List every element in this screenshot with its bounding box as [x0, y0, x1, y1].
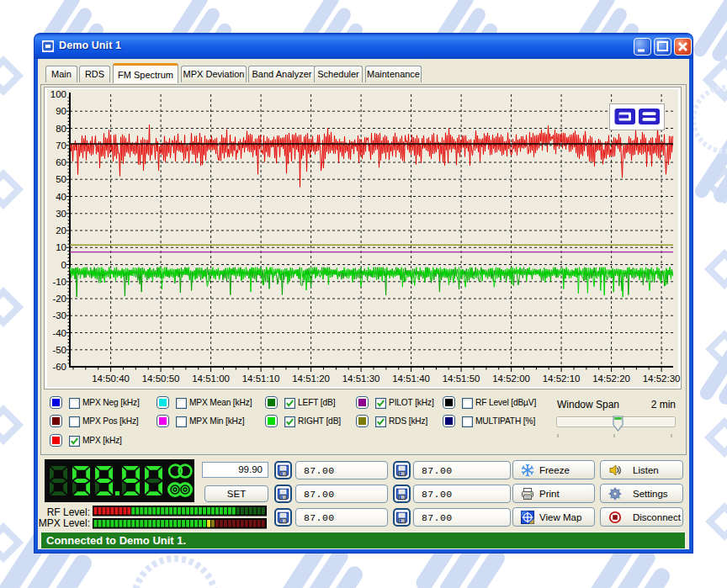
- svg-text:14:50:40: 14:50:40: [92, 373, 130, 384]
- svg-text:14:52:00: 14:52:00: [492, 373, 530, 384]
- svg-text:70: 70: [56, 140, 66, 151]
- svg-text:-20: -20: [52, 294, 66, 304]
- svg-text:50: 50: [56, 174, 66, 184]
- svg-text:14:51:40: 14:51:40: [392, 373, 430, 384]
- svg-text:14:51:50: 14:51:50: [443, 373, 480, 384]
- svg-text:30: 30: [56, 209, 66, 219]
- svg-text:14:52:30: 14:52:30: [643, 373, 681, 384]
- svg-text:10: 10: [56, 242, 66, 252]
- svg-text:80: 80: [56, 124, 66, 134]
- svg-text:14:51:20: 14:51:20: [292, 373, 330, 384]
- svg-text:-40: -40: [52, 328, 66, 338]
- svg-text:-10: -10: [52, 277, 66, 287]
- svg-text:40: 40: [56, 192, 66, 202]
- svg-text:14:51:30: 14:51:30: [342, 373, 380, 384]
- svg-text:14:52:10: 14:52:10: [543, 373, 581, 384]
- svg-text:14:51:00: 14:51:00: [192, 373, 230, 384]
- svg-text:20: 20: [56, 225, 66, 236]
- svg-text:14:52:20: 14:52:20: [592, 373, 630, 384]
- svg-text:14:51:10: 14:51:10: [242, 373, 280, 384]
- svg-text:14:50:50: 14:50:50: [142, 373, 180, 384]
- svg-text:0: 0: [61, 260, 66, 270]
- svg-text:90: 90: [56, 106, 66, 116]
- svg-text:100: 100: [50, 89, 66, 99]
- svg-text:-60: -60: [52, 362, 66, 372]
- svg-text:-30: -30: [52, 310, 66, 320]
- svg-text:60: 60: [56, 157, 66, 167]
- svg-text:-50: -50: [52, 345, 66, 355]
